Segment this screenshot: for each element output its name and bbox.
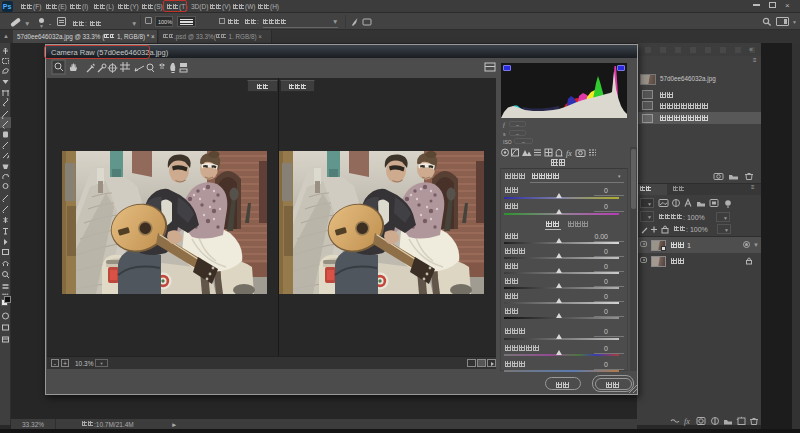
svg-text:fx: fx	[566, 149, 572, 158]
svg-text:fx: fx	[684, 417, 690, 426]
